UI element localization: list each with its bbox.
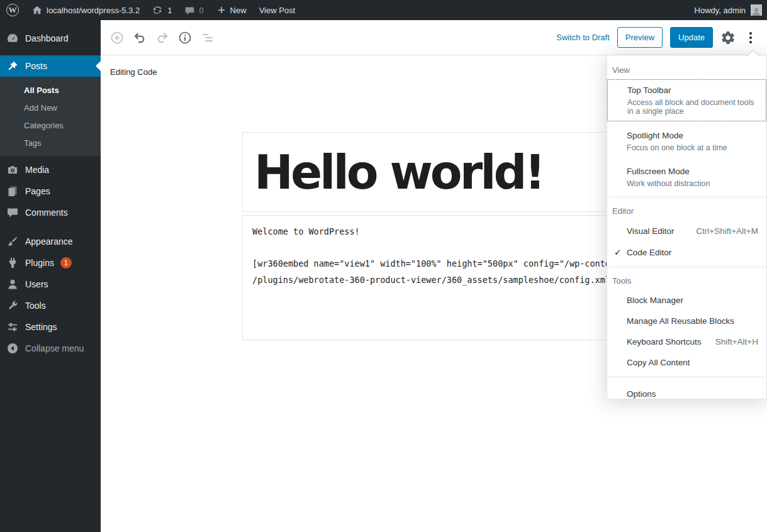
comments-count: 0 — [199, 6, 203, 15]
sidebar-label-comments: Comments — [25, 208, 68, 218]
post-title-text: Hello world! — [243, 145, 543, 199]
spotlight-mode-title: Spotlight Mode — [627, 130, 758, 141]
editing-mode-label: Editing Code — [110, 67, 157, 77]
sidebar-item-dashboard[interactable]: Dashboard — [0, 28, 101, 49]
post-title-field[interactable]: Hello world! — [242, 132, 625, 212]
code-editor-title: Code Editor — [627, 248, 671, 257]
more-tools-options-button[interactable] — [743, 30, 758, 45]
plugins-update-badge: 1 — [60, 257, 72, 269]
menu-item-manage-reusable-blocks[interactable]: Manage All Reusable Blocks — [607, 311, 766, 331]
keyboard-shortcuts-shortcut: Shift+Alt+H — [715, 337, 758, 346]
menu-item-visual-editor[interactable]: Visual Editor Ctrl+Shift+Alt+M — [607, 220, 766, 241]
sidebar-label-media: Media — [25, 165, 49, 175]
sidebar-label-users: Users — [25, 279, 48, 289]
dropdown-section-tools: Tools — [607, 271, 766, 290]
submenu-tags[interactable]: Tags — [0, 134, 101, 152]
code-line: [wr360embed name="view1" width="100%" he… — [252, 256, 625, 272]
sidebar-item-tools[interactable]: Tools — [0, 295, 101, 316]
menu-item-spotlight-mode[interactable]: Spotlight Mode Focus on one block at a t… — [607, 125, 766, 157]
collapse-menu-button[interactable]: Collapse menu — [0, 338, 101, 359]
updates-menu[interactable]: 1 — [146, 0, 178, 20]
sidebar-label-appearance: Appearance — [25, 236, 73, 247]
fullscreen-mode-title: Fullscreen Mode — [627, 166, 758, 177]
block-manager-title: Block Manager — [627, 296, 683, 305]
dropdown-separator — [607, 197, 766, 197]
dropdown-separator — [607, 267, 766, 267]
reusable-blocks-title: Manage All Reusable Blocks — [627, 316, 734, 326]
menu-item-code-editor[interactable]: ✓ Code Editor — [607, 241, 766, 263]
spotlight-mode-description: Focus on one block at a time — [627, 143, 758, 152]
media-camera-icon — [6, 163, 19, 176]
settings-gear-button[interactable] — [720, 30, 736, 45]
code-line: Welcome to WordPress! — [252, 224, 625, 240]
user-avatar[interactable] — [751, 4, 762, 16]
howdy-greeting: Howdy, admin — [695, 6, 746, 15]
block-navigation-button[interactable] — [200, 30, 215, 45]
menu-item-fullscreen-mode[interactable]: Fullscreen Mode Work without distraction — [607, 161, 766, 193]
code-editor-textarea[interactable]: Welcome to WordPress! [wr360embed name="… — [242, 215, 625, 340]
sidebar-item-settings[interactable]: Settings — [0, 316, 101, 338]
undo-button[interactable] — [132, 30, 147, 45]
sidebar-item-comments[interactable]: Comments — [0, 202, 101, 223]
code-line: /plugins/webrotate-360-product-viewer/36… — [252, 272, 625, 289]
admin-bar: W localhost/wordpress-5.3.2 1 0 New View… — [0, 0, 767, 20]
sidebar-item-media[interactable]: Media — [0, 159, 101, 180]
keyboard-shortcuts-title: Keyboard Shortcuts — [627, 337, 702, 346]
account-menu[interactable]: Howdy, admin — [688, 0, 746, 20]
dashboard-gauge-icon — [6, 32, 19, 45]
wordpress-logo-menu[interactable]: W — [0, 0, 25, 20]
sidebar-item-pages[interactable]: Pages — [0, 180, 101, 202]
view-post-link[interactable]: View Post — [253, 0, 302, 20]
dropdown-separator — [607, 377, 766, 377]
copy-all-content-title: Copy All Content — [627, 358, 690, 367]
comments-bubble-icon — [184, 5, 195, 16]
check-icon: ✓ — [614, 247, 622, 257]
sidebar-label-settings: Settings — [25, 322, 57, 332]
redo-button[interactable] — [155, 30, 170, 45]
comments-icon — [6, 206, 19, 219]
content-structure-button[interactable] — [177, 30, 193, 45]
new-label: New — [230, 6, 247, 15]
site-menu[interactable]: localhost/wordpress-5.3.2 — [25, 0, 146, 20]
menu-item-options[interactable]: Options — [607, 381, 766, 406]
visual-editor-shortcut: Ctrl+Shift+Alt+M — [696, 226, 758, 236]
view-post-label: View Post — [259, 6, 296, 15]
sidebar-label-tools: Tools — [25, 301, 46, 311]
update-button[interactable]: Update — [670, 27, 713, 48]
menu-item-keyboard-shortcuts[interactable]: Keyboard Shortcuts Shift+Alt+H — [607, 331, 766, 352]
menu-item-block-manager[interactable]: Block Manager — [607, 290, 766, 311]
plugins-plug-icon — [6, 257, 19, 269]
active-menu-arrow — [96, 61, 101, 71]
sidebar-item-appearance[interactable]: Appearance — [0, 231, 101, 252]
preview-button[interactable]: Preview — [617, 27, 663, 48]
editor-toolbar: Switch to Draft Preview Update — [101, 20, 767, 55]
users-person-icon — [6, 278, 19, 291]
menu-item-copy-all-content[interactable]: Copy All Content — [607, 352, 766, 373]
sidebar-item-posts[interactable]: Posts — [0, 55, 101, 77]
plus-icon — [216, 5, 227, 15]
dropdown-section-view: View — [607, 60, 766, 79]
comments-menu[interactable]: 0 — [178, 0, 210, 20]
sidebar-label-posts: Posts — [25, 61, 47, 71]
submenu-all-posts[interactable]: All Posts — [0, 81, 101, 99]
collapse-arrow-icon — [6, 342, 19, 355]
add-block-button[interactable] — [109, 30, 125, 45]
sidebar-item-users[interactable]: Users — [0, 274, 101, 295]
home-icon — [31, 4, 43, 16]
submenu-categories[interactable]: Categories — [0, 116, 101, 134]
appearance-brush-icon — [6, 235, 19, 248]
sidebar-label-pages: Pages — [25, 186, 50, 196]
site-name: localhost/wordpress-5.3.2 — [47, 6, 140, 15]
dropdown-section-editor: Editor — [607, 201, 766, 220]
posts-submenu: All Posts Add New Categories Tags — [0, 77, 101, 156]
tools-wrench-icon — [6, 299, 19, 312]
menu-item-top-toolbar[interactable]: Top Toolbar Access all block and documen… — [607, 79, 766, 121]
sidebar-label-plugins: Plugins — [25, 258, 54, 268]
submenu-add-new[interactable]: Add New — [0, 99, 101, 116]
posts-pin-icon — [6, 60, 19, 72]
sidebar-item-plugins[interactable]: Plugins 1 — [0, 252, 101, 274]
fullscreen-mode-description: Work without distraction — [627, 179, 758, 188]
switch-to-draft-button[interactable]: Switch to Draft — [556, 33, 610, 42]
pages-icon — [6, 185, 19, 197]
new-content-menu[interactable]: New — [210, 0, 253, 20]
